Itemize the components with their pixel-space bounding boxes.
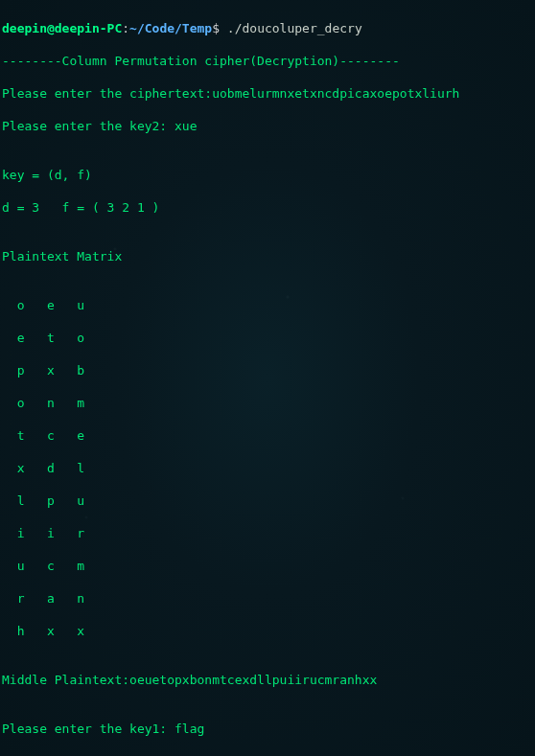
matrix-row: e t o xyxy=(2,330,533,346)
matrix-row: l p u xyxy=(2,493,533,509)
prompt-line: deepin@deepin-PC:~/Code/Temp$ ./doucolup… xyxy=(2,20,533,36)
enter-key1-line: Please enter the key1: flag xyxy=(2,721,533,737)
header-line: --------Column Permutation cipher(Decryp… xyxy=(2,53,533,69)
matrix-row: t c e xyxy=(2,427,533,444)
enter-key2-line: Please enter the key2: xue xyxy=(2,118,533,134)
middle-plaintext-line: Middle Plaintext:oeuetopxbonmtcexdllpuii… xyxy=(2,672,533,688)
matrix-row: o e u xyxy=(2,297,533,313)
plaintext-matrix-title: Plaintext Matrix xyxy=(2,248,533,264)
matrix-row: x d l xyxy=(2,460,533,476)
matrix-row: i i r xyxy=(2,525,533,541)
key-df-line: key = (d, f) xyxy=(2,167,533,183)
command-text: ./doucoluper_decry xyxy=(227,21,362,35)
matrix-row: r a n xyxy=(2,590,533,607)
prompt-user: deepin xyxy=(2,21,47,35)
terminal-output[interactable]: deepin@deepin-PC:~/Code/Temp$ ./doucolup… xyxy=(0,0,535,756)
enter-ciphertext-line: Please enter the ciphertext:uobmelurmnxe… xyxy=(2,85,533,102)
prompt-colon: : xyxy=(122,21,129,35)
prompt-at: @ xyxy=(47,21,55,35)
matrix-row: h x x xyxy=(2,623,533,639)
matrix-row: p x b xyxy=(2,362,533,378)
key-values-line: d = 3 f = ( 3 2 1 ) xyxy=(2,199,533,216)
prompt-path: ~/Code/Temp xyxy=(129,21,212,35)
prompt-dollar: $ xyxy=(212,21,227,35)
prompt-host: deepin-PC xyxy=(55,21,122,35)
matrix-row: u c m xyxy=(2,558,533,574)
matrix-row: o n m xyxy=(2,395,533,411)
